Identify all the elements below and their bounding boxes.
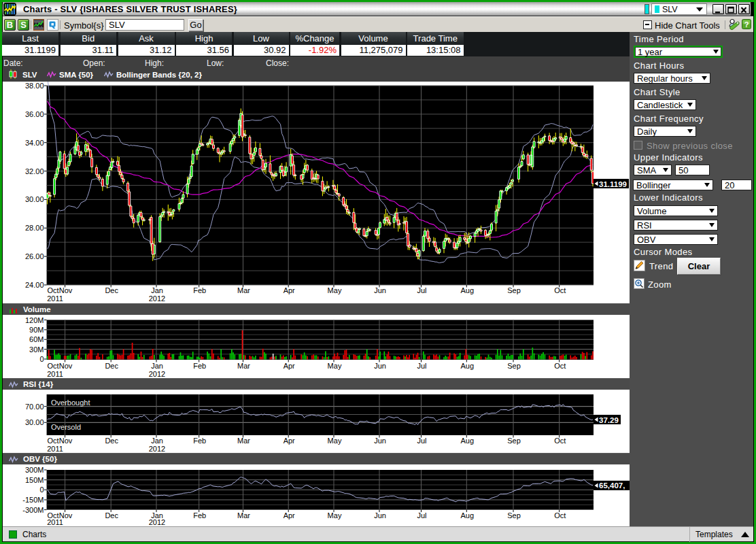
svg-text:30.00: 30.00 bbox=[25, 418, 44, 426]
svg-text:2011: 2011 bbox=[47, 294, 63, 303]
svg-text:Mar: Mar bbox=[237, 437, 250, 445]
svg-text:Dec: Dec bbox=[105, 511, 118, 520]
svg-text:2012: 2012 bbox=[149, 445, 165, 453]
svg-text:32.00: 32.00 bbox=[25, 167, 44, 175]
svg-text:Apr: Apr bbox=[284, 437, 295, 445]
svg-text:Aug: Aug bbox=[461, 362, 475, 370]
svg-text:Oct: Oct bbox=[554, 362, 566, 370]
svg-text:Oct: Oct bbox=[554, 511, 566, 520]
svg-text:300M: 300M bbox=[25, 466, 44, 474]
svg-text:2012: 2012 bbox=[149, 294, 165, 303]
svg-text:Apr: Apr bbox=[284, 286, 295, 294]
svg-text:-300M: -300M bbox=[22, 506, 44, 514]
svg-text:2011: 2011 bbox=[47, 518, 63, 526]
svg-text:2011: 2011 bbox=[47, 370, 63, 378]
svg-text:120M: 120M bbox=[25, 316, 44, 324]
svg-text:Jun: Jun bbox=[374, 511, 386, 520]
svg-text:-150M: -150M bbox=[22, 496, 44, 504]
svg-text:May: May bbox=[328, 286, 342, 294]
svg-text:Sep: Sep bbox=[507, 511, 521, 520]
svg-text:Nov: Nov bbox=[59, 286, 73, 294]
svg-text:150M: 150M bbox=[25, 476, 44, 484]
svg-text:Jun: Jun bbox=[374, 286, 386, 294]
svg-text:Jul: Jul bbox=[417, 437, 426, 445]
svg-text:36.00: 36.00 bbox=[25, 110, 44, 118]
svg-text:May: May bbox=[328, 437, 342, 445]
svg-text:Dec: Dec bbox=[105, 286, 118, 294]
svg-text:30M: 30M bbox=[29, 345, 44, 354]
svg-text:Oversold: Oversold bbox=[51, 423, 81, 431]
svg-text:Aug: Aug bbox=[461, 286, 475, 294]
svg-text:65,407,: 65,407, bbox=[599, 481, 625, 490]
svg-text:Mar: Mar bbox=[237, 286, 250, 294]
svg-text:Sep: Sep bbox=[507, 286, 521, 294]
svg-text:Dec: Dec bbox=[105, 437, 118, 445]
svg-text:28.00: 28.00 bbox=[25, 224, 44, 232]
svg-text:90M: 90M bbox=[29, 326, 44, 334]
svg-text:Sep: Sep bbox=[507, 437, 521, 445]
svg-text:Dec: Dec bbox=[105, 362, 118, 370]
svg-text:Oct: Oct bbox=[47, 286, 58, 294]
svg-text:70.00: 70.00 bbox=[25, 403, 44, 411]
svg-text:38.00: 38.00 bbox=[25, 82, 44, 90]
svg-text:24.00: 24.00 bbox=[25, 281, 44, 289]
svg-text:30.00: 30.00 bbox=[25, 195, 44, 203]
svg-text:Jan: Jan bbox=[151, 286, 163, 294]
svg-text:0: 0 bbox=[39, 486, 44, 494]
svg-text:26.00: 26.00 bbox=[25, 252, 44, 260]
svg-text:Feb: Feb bbox=[193, 437, 206, 445]
svg-text:Aug: Aug bbox=[461, 511, 475, 520]
svg-text:Aug: Aug bbox=[461, 437, 475, 445]
svg-text:Apr: Apr bbox=[284, 362, 295, 370]
svg-text:Overbought: Overbought bbox=[51, 398, 90, 407]
svg-text:Oct: Oct bbox=[47, 362, 58, 370]
svg-text:0: 0 bbox=[39, 355, 44, 363]
svg-text:May: May bbox=[328, 362, 342, 370]
svg-text:Jul: Jul bbox=[417, 286, 426, 294]
svg-text:31.1199: 31.1199 bbox=[599, 180, 627, 188]
svg-text:60M: 60M bbox=[29, 335, 44, 343]
svg-text:2012: 2012 bbox=[149, 370, 165, 378]
svg-text:Feb: Feb bbox=[193, 362, 206, 370]
svg-text:Jun: Jun bbox=[374, 437, 386, 445]
svg-text:Jul: Jul bbox=[417, 362, 426, 370]
svg-text:Nov: Nov bbox=[59, 362, 73, 370]
svg-text:Mar: Mar bbox=[237, 511, 250, 520]
svg-text:37.29: 37.29 bbox=[599, 416, 619, 424]
svg-text:Feb: Feb bbox=[193, 511, 206, 520]
svg-text:?: ? bbox=[744, 20, 749, 29]
svg-text:Jan: Jan bbox=[151, 437, 163, 445]
svg-text:34.00: 34.00 bbox=[25, 139, 44, 147]
svg-text:Jan: Jan bbox=[151, 362, 163, 370]
svg-text:Apr: Apr bbox=[284, 511, 295, 520]
svg-text:Jul: Jul bbox=[417, 511, 426, 520]
svg-text:May: May bbox=[328, 511, 342, 520]
svg-text:Oct: Oct bbox=[554, 286, 566, 294]
svg-text:2012: 2012 bbox=[149, 518, 165, 526]
svg-text:Feb: Feb bbox=[193, 286, 206, 294]
svg-text:Nov: Nov bbox=[59, 437, 73, 445]
svg-text:Jun: Jun bbox=[374, 362, 386, 370]
svg-text:Oct: Oct bbox=[554, 437, 566, 445]
svg-text:Mar: Mar bbox=[237, 362, 250, 370]
svg-text:Sep: Sep bbox=[507, 362, 521, 370]
svg-text:Oct: Oct bbox=[47, 437, 58, 445]
svg-text:2011: 2011 bbox=[47, 445, 63, 453]
